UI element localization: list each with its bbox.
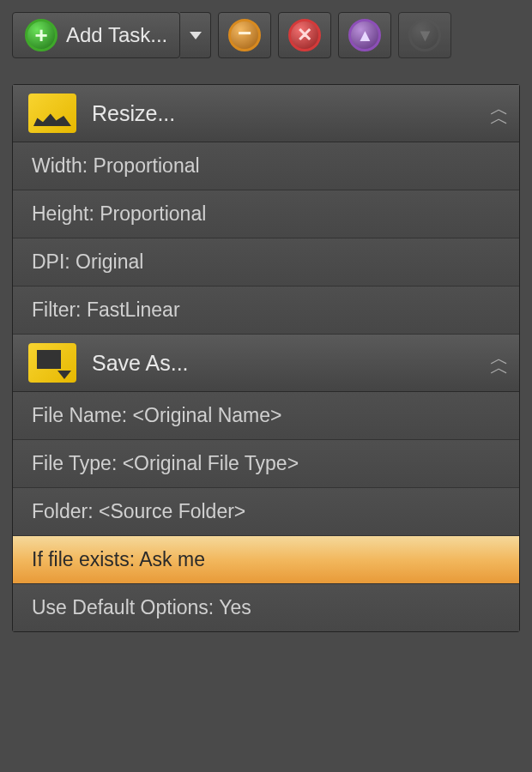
- row-resize-width[interactable]: Width: Proportional: [13, 142, 519, 190]
- plus-icon: +: [25, 19, 57, 51]
- collapse-icon: ︿︿: [490, 353, 505, 372]
- section-title: Resize...: [92, 101, 504, 126]
- delete-task-button[interactable]: ✕: [278, 12, 331, 58]
- section-header-saveas[interactable]: Save As... ︿︿: [13, 335, 519, 392]
- task-panel: Resize... ︿︿ Width: Proportional Height:…: [12, 84, 520, 632]
- remove-task-button[interactable]: −: [218, 12, 271, 58]
- arrow-up-icon: ▲: [348, 19, 381, 51]
- row-saveas-ifexists[interactable]: If file exists: Ask me: [13, 536, 519, 584]
- section-title: Save As...: [92, 351, 504, 376]
- move-up-button[interactable]: ▲: [338, 12, 391, 58]
- collapse-icon: ︿︿: [490, 104, 505, 123]
- move-down-button: ▼: [398, 12, 451, 58]
- row-saveas-defaults[interactable]: Use Default Options: Yes: [13, 584, 519, 631]
- minus-icon: −: [228, 19, 261, 51]
- resize-icon: [28, 93, 76, 133]
- add-task-button[interactable]: + Add Task...: [12, 12, 180, 58]
- section-header-resize[interactable]: Resize... ︿︿: [13, 85, 519, 142]
- chevron-down-icon: [190, 32, 202, 39]
- row-saveas-filetype[interactable]: File Type: <Original File Type>: [13, 440, 519, 488]
- row-saveas-filename[interactable]: File Name: <Original Name>: [13, 392, 519, 440]
- cross-icon: ✕: [288, 19, 321, 51]
- arrow-down-icon: ▼: [408, 19, 441, 51]
- row-resize-dpi[interactable]: DPI: Original: [13, 238, 519, 286]
- save-icon: [28, 343, 76, 383]
- toolbar: + Add Task... − ✕ ▲ ▼: [12, 12, 520, 58]
- row-resize-height[interactable]: Height: Proportional: [13, 190, 519, 238]
- add-task-dropdown[interactable]: [180, 12, 211, 58]
- row-saveas-folder[interactable]: Folder: <Source Folder>: [13, 488, 519, 536]
- row-resize-filter[interactable]: Filter: FastLinear: [13, 286, 519, 335]
- add-task-label: Add Task...: [66, 23, 167, 47]
